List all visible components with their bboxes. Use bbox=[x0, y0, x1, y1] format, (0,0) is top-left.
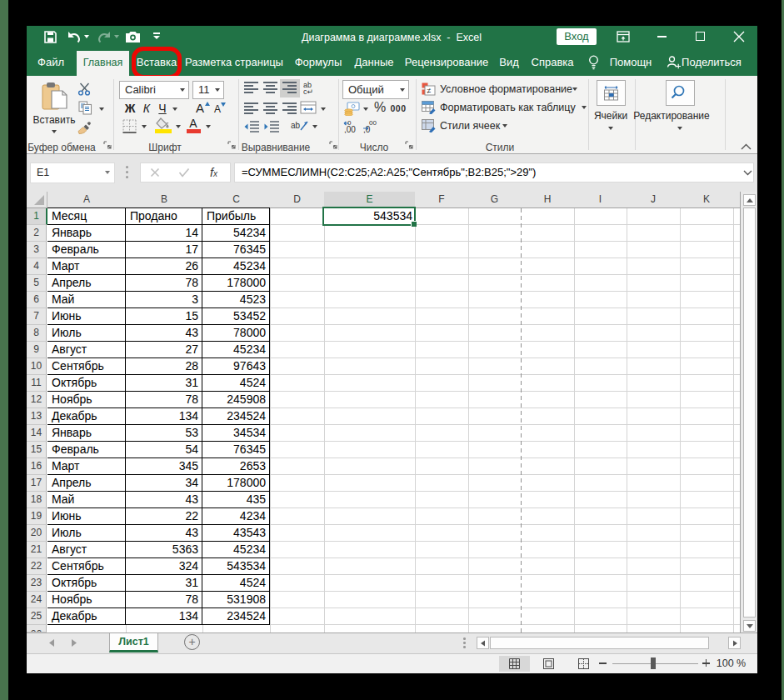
svg-text:c↵: c↵ bbox=[303, 88, 313, 95]
svg-text:00: 00 bbox=[369, 119, 377, 127]
svg-text:ab: ab bbox=[291, 121, 301, 130]
svg-text:≠: ≠ bbox=[427, 87, 432, 95]
